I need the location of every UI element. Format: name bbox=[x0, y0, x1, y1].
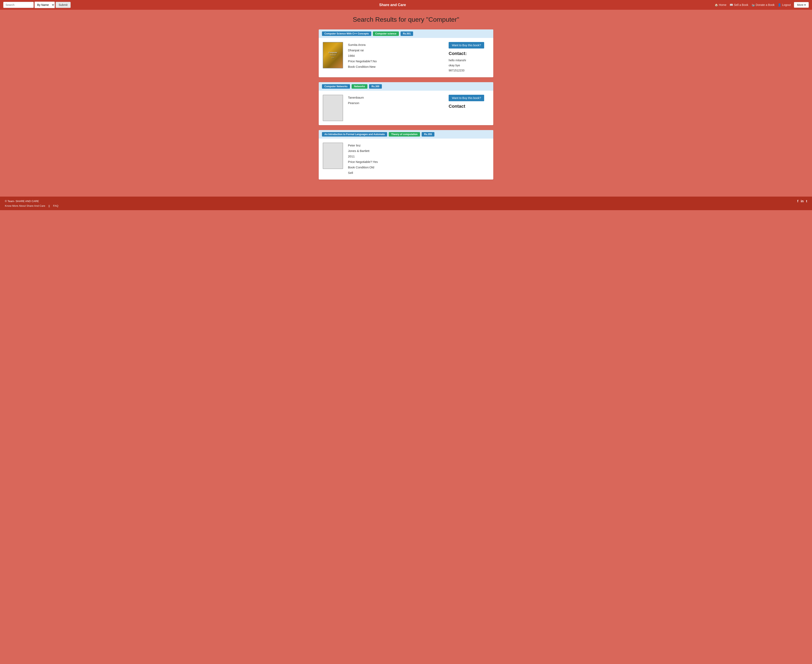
footer-top: © Team- SHARE AND CARE f in t bbox=[5, 199, 807, 203]
book-condition-1: Book Condition:New bbox=[348, 64, 444, 69]
book-tag-title-2: Computer Networks bbox=[322, 84, 350, 89]
book-card-1: Computer Science With C++ Concepts Compu… bbox=[319, 29, 493, 77]
book-tag-price-2: Rs.300 bbox=[369, 84, 382, 89]
book-card-2-body: Tanenbaum Pearson Want to Buy this book?… bbox=[319, 91, 493, 125]
book-cover-1: Computer Science C++ bbox=[323, 42, 343, 73]
book-tag-title-1: Computer Science With C++ Concepts bbox=[322, 31, 371, 36]
footer-separator: || bbox=[49, 204, 50, 207]
search-form: By Name By Author By Price Submit bbox=[3, 2, 71, 8]
nav-links: 🏠 Home 📖 Sell a Book 📚 Donate a Book 👤 L… bbox=[714, 2, 809, 8]
book-tag-category-3: Theory of computation bbox=[389, 132, 420, 137]
book-author-1: Sumita Arora bbox=[348, 42, 444, 47]
more-button[interactable]: More ▾ bbox=[794, 2, 809, 8]
book-cover-placeholder-2 bbox=[323, 95, 343, 121]
book-publisher-1: Dhanpat rai bbox=[348, 47, 444, 53]
search-input[interactable] bbox=[3, 2, 34, 8]
book-condition-3: Book Condition:Old bbox=[348, 164, 489, 170]
footer-copyright: © Team- SHARE AND CARE bbox=[5, 200, 39, 203]
book-year-1: 1984 bbox=[348, 53, 444, 59]
book-card-2-header: Computer Networks Networks Rs.300 bbox=[319, 82, 493, 91]
contact-name-1: hello mitanshi bbox=[448, 58, 489, 63]
nav-logout-link[interactable]: 👤 Logout bbox=[778, 3, 791, 7]
footer: © Team- SHARE AND CARE f in t Know More … bbox=[0, 197, 812, 210]
book-tag-price-3: Rs.355 bbox=[422, 132, 434, 137]
book-contact-1: Want to Buy this book? Contact: hello mi… bbox=[448, 42, 489, 73]
book-details-1: Sumita Arora Dhanpat rai 1984 Price Nego… bbox=[348, 42, 444, 73]
book-cover-image-1: Computer Science C++ bbox=[323, 42, 343, 68]
book-details-3: Peter linz Jones & Bartlett 2011 Price N… bbox=[348, 143, 489, 176]
book-card-3-body: Peter linz Jones & Bartlett 2011 Price N… bbox=[319, 138, 493, 179]
nav-donate-link[interactable]: 📚 Donate a Book bbox=[752, 3, 774, 7]
book-tag-price-1: Rs.501 bbox=[401, 31, 413, 36]
page-title: Search Results for query "Computer" bbox=[319, 16, 493, 23]
book-cover-3 bbox=[323, 143, 343, 176]
book-card-1-body: Computer Science C++ Sumita Arora Dhanpa… bbox=[319, 38, 493, 77]
book-tag-title-3: An Introduction to Formal Languages and … bbox=[322, 132, 387, 137]
book-publisher-2: Pearson bbox=[348, 100, 444, 106]
social-facebook-icon[interactable]: f bbox=[797, 199, 798, 203]
book-year-3: 2011 bbox=[348, 154, 489, 159]
book-card-1-header: Computer Science With C++ Concepts Compu… bbox=[319, 29, 493, 38]
want-buy-button-2[interactable]: Want to Buy this book? bbox=[448, 95, 484, 101]
book-cover-placeholder-3 bbox=[323, 143, 343, 169]
footer-links: Know More About Share And Care || FAQ bbox=[5, 204, 807, 207]
contact-info-1: hello mitanshi okay bye 9871512233 bbox=[448, 58, 489, 73]
brand-title: Share and Care bbox=[72, 3, 713, 7]
book-author-3: Peter linz bbox=[348, 143, 489, 148]
footer-link-about[interactable]: Know More About Share And Care bbox=[5, 204, 45, 207]
social-linkedin-icon[interactable]: in bbox=[801, 199, 804, 203]
book-card-3-header: An Introduction to Formal Languages and … bbox=[319, 130, 493, 138]
book-sell-3: Sell bbox=[348, 170, 489, 176]
book-tag-category-1: Computer science bbox=[373, 31, 399, 36]
book-price-negotiable-1: Price Negotiable?:No bbox=[348, 59, 444, 64]
contact-extra-1: okay bye bbox=[448, 63, 489, 68]
want-buy-button-1[interactable]: Want to Buy this book? bbox=[448, 42, 484, 49]
book-details-2: Tanenbaum Pearson bbox=[348, 95, 444, 121]
book-card-2: Computer Networks Networks Rs.300 Tanenb… bbox=[319, 82, 493, 125]
contact-label-2: Contact bbox=[448, 104, 489, 109]
submit-button[interactable]: Submit bbox=[55, 2, 71, 8]
book-card-3: An Introduction to Formal Languages and … bbox=[319, 130, 493, 179]
contact-label-1: Contact: bbox=[448, 51, 489, 56]
contact-phone-1: 9871512233 bbox=[448, 68, 489, 73]
sort-select[interactable]: By Name By Author By Price bbox=[34, 2, 55, 8]
social-twitter-icon[interactable]: t bbox=[806, 199, 807, 203]
book-price-negotiable-3: Price Negotiable?:Yes bbox=[348, 159, 489, 164]
footer-social: f in t bbox=[797, 199, 807, 203]
book-tag-category-2: Networks bbox=[352, 84, 367, 89]
main-content: Search Results for query "Computer" Comp… bbox=[315, 10, 497, 197]
book-author-2: Tanenbaum bbox=[348, 95, 444, 100]
navbar: By Name By Author By Price Submit Share … bbox=[0, 0, 812, 10]
book-publisher-3: Jones & Bartlett bbox=[348, 148, 489, 154]
footer-link-faq[interactable]: FAQ bbox=[53, 204, 59, 207]
nav-sell-link[interactable]: 📖 Sell a Book bbox=[730, 3, 748, 7]
book-cover-2 bbox=[323, 95, 343, 121]
book-contact-2: Want to Buy this book? Contact bbox=[448, 95, 489, 121]
nav-home-link[interactable]: 🏠 Home bbox=[714, 3, 726, 7]
